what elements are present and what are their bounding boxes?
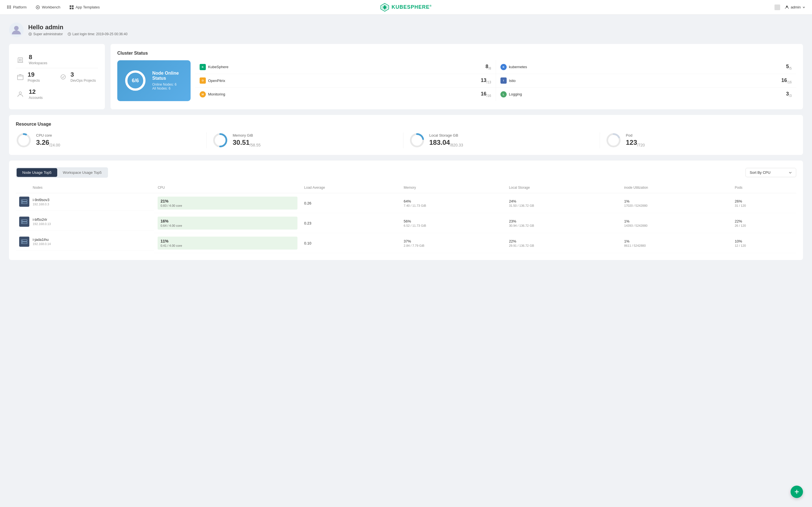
- storage-cell: 24% 31.50 / 136.72 GB: [506, 193, 621, 213]
- storage-cell: 22% 29.91 / 136.72 GB: [506, 233, 621, 253]
- nav-workbench[interactable]: Workbench: [36, 5, 60, 10]
- col-pods: Pods: [731, 183, 796, 193]
- notification-icon[interactable]: [774, 4, 780, 10]
- mem-pct: 37%: [404, 239, 502, 243]
- node-table-card: Node Usage Top5 Workspace Usage Top5 Sor…: [9, 161, 803, 260]
- inode-cell: 1% 14393 / 5242880: [621, 213, 731, 233]
- svg-rect-23: [20, 60, 21, 61]
- accounts-label: Accounts: [29, 96, 43, 100]
- node-online-info: Node Online Status Online Nodes: 6 All N…: [152, 71, 184, 91]
- pods-detail: 31 / 120: [735, 204, 793, 207]
- openpitrix-value: 13/13: [481, 77, 491, 84]
- cpu-percent: 16%: [160, 219, 294, 223]
- node-name: i-9nl9sov3: [33, 198, 49, 202]
- sort-dropdown[interactable]: Sort By CPU: [746, 168, 796, 177]
- chevron-down-icon: [802, 6, 805, 9]
- projects-label: Projects: [28, 78, 40, 82]
- kubesphere-icon: K: [200, 64, 206, 70]
- node-name: i-jada1ihu: [33, 237, 51, 242]
- storage-value: 183.04/820.33: [429, 138, 463, 147]
- col-storage: Local Storage: [506, 183, 621, 193]
- table-row: i-jada1ihu 192.168.0.14 11% 0.41 / 4.00 …: [16, 233, 796, 253]
- pods-cell: 10% 12 / 120: [731, 233, 796, 253]
- cpu-donut: [16, 132, 32, 148]
- logging-icon: L: [500, 91, 507, 98]
- avatar: [9, 22, 24, 37]
- tab-workspace-usage[interactable]: Workspace Usage Top5: [57, 168, 107, 177]
- table-tabs: Node Usage Top5 Workspace Usage Top5 Sor…: [16, 167, 796, 178]
- nav-app-templates[interactable]: App Templates: [69, 5, 100, 10]
- monitoring-icon: M: [200, 91, 206, 98]
- projects-info: 19 Projects: [28, 71, 40, 82]
- svg-rect-10: [70, 8, 71, 9]
- tab-group: Node Usage Top5 Workspace Usage Top5: [16, 167, 108, 178]
- openpitrix-name: OpenPitrix: [208, 78, 225, 83]
- memory-donut: [212, 132, 228, 148]
- pod-text: Pod 123/720: [626, 133, 645, 147]
- mem-detail: 2.84 / 7.79 GiB: [404, 244, 502, 247]
- metric-openpitrix: O OpenPitrix 13/13: [195, 74, 496, 88]
- svg-point-44: [22, 222, 22, 223]
- svg-point-25: [61, 75, 65, 79]
- svg-rect-22: [19, 60, 20, 61]
- tab-node-usage[interactable]: Node Usage Top5: [17, 168, 57, 177]
- svg-point-39: [22, 200, 22, 201]
- devops-info: 3 DevOps Projects: [70, 71, 96, 82]
- storage-detail: 29.91 / 136.72 GB: [509, 244, 617, 247]
- node-online-title: Node Online Status: [152, 71, 184, 81]
- logging-name: Logging: [509, 92, 522, 96]
- top-navigation: Platform Workbench App Templates: [0, 0, 812, 15]
- metric-logging: L Logging 3/3: [496, 88, 796, 101]
- mem-pct: 56%: [404, 219, 502, 223]
- storage-metric: Local Storage GB 183.04/820.33: [403, 132, 600, 148]
- pod-value: 123/720: [626, 138, 645, 147]
- nav-platform[interactable]: Platform: [7, 5, 27, 10]
- istio-logo: I Istio: [500, 77, 516, 83]
- user-menu[interactable]: admin: [784, 5, 805, 10]
- node-name: i-bf5o2rlr: [33, 217, 51, 222]
- inode-cell: 1% 8611 / 5242880: [621, 233, 731, 253]
- devops-icon-svg: [59, 73, 67, 81]
- workspaces-count: 8: [29, 54, 47, 61]
- accounts-count: 12: [29, 88, 43, 96]
- node-info: i-bf5o2rlr 192.168.0.13: [33, 217, 51, 226]
- monitoring-logo: M Monitoring: [200, 91, 225, 98]
- inode-pct: 1%: [624, 239, 728, 243]
- inode-pct: 1%: [624, 219, 728, 223]
- metric-istio: I Istio 16/16: [496, 74, 796, 88]
- col-node: Nodes: [16, 183, 154, 193]
- app-templates-label: App Templates: [75, 5, 100, 9]
- memory-label: Memory GiB: [233, 133, 260, 137]
- nodes-table: Nodes CPU Load Average Memory Local Stor…: [16, 183, 796, 253]
- cpu-label: CPU core: [36, 133, 60, 137]
- inode-detail: 14393 / 5242880: [624, 224, 728, 227]
- cluster-metrics: K KubeSphere 8/8 K kubernetes 5/5: [195, 60, 796, 101]
- cpu-bar: 21% 0.83 / 4.00 core: [158, 196, 297, 210]
- sort-label: Sort By CPU: [750, 170, 770, 175]
- cpu-percent: 11%: [160, 239, 294, 243]
- last-login: Last login time: 2019-09-25 00:36:40: [67, 32, 128, 36]
- node-info: i-9nl9sov3 192.168.0.3: [33, 198, 49, 206]
- pods-cell: 22% 26 / 120: [731, 213, 796, 233]
- server-icon: [21, 200, 28, 204]
- memory-donut-svg: [212, 132, 228, 148]
- pods-pct: 10%: [735, 239, 793, 243]
- hello-text: Hello admin Super administrator Last log…: [28, 24, 128, 36]
- cpu-detail: 0.83 / 4.00 core: [160, 204, 294, 207]
- resource-title: Resource Usage: [16, 122, 796, 127]
- platform-label: Platform: [13, 5, 27, 9]
- cpu-value: 3.26/24.00: [36, 138, 60, 147]
- kubernetes-logo: K kubernetes: [500, 64, 527, 70]
- storage-text: Local Storage GB 183.04/820.33: [429, 133, 463, 147]
- svg-point-29: [17, 134, 30, 147]
- node-info: i-jada1ihu 192.168.0.14: [33, 237, 51, 245]
- projects-count: 19: [28, 71, 40, 78]
- role-badge: Super administrator: [28, 32, 63, 36]
- metric-kubesphere: K KubeSphere 8/8: [195, 60, 496, 74]
- svg-point-14: [786, 6, 788, 7]
- svg-rect-9: [72, 5, 73, 7]
- svg-rect-8: [70, 5, 71, 7]
- metric-kubernetes: K kubernetes 5/5: [496, 60, 796, 74]
- svg-rect-4: [9, 7, 11, 7]
- hello-meta: Super administrator Last login time: 201…: [28, 32, 128, 36]
